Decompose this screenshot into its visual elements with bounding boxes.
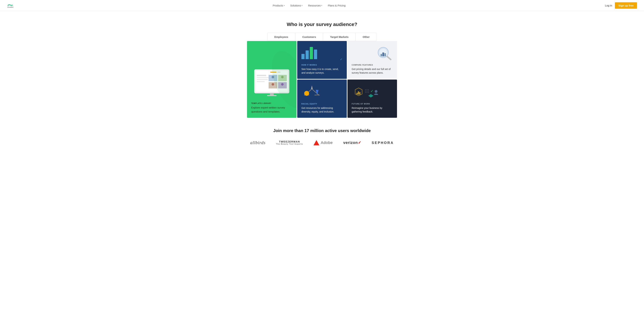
svg-point-43 xyxy=(367,91,367,92)
svg-marker-51 xyxy=(314,140,319,145)
logo-sephora: SEPHORA xyxy=(372,141,394,145)
svg-rect-36 xyxy=(356,93,358,94)
card-compare-features[interactable]: COMPARE FEATURES Get pricing details and… xyxy=(348,41,397,79)
svg-text:SurveyMonkey: SurveyMonkey xyxy=(7,7,13,8)
logo-adobe: Adobe xyxy=(314,140,333,145)
nav-solutions[interactable]: Solutions ▾ xyxy=(290,4,303,7)
svg-line-26 xyxy=(387,56,391,60)
card-compare-desc: Get pricing details and our full set of … xyxy=(352,67,393,75)
card-future-desc: Reimagine your business by gathering fee… xyxy=(352,106,393,114)
svg-rect-23 xyxy=(380,54,382,56)
tab-employees[interactable]: Employees xyxy=(268,33,295,41)
logo-tweezerman: TWEEZERMANThe Beauty Tool Experts xyxy=(276,140,303,145)
svg-rect-38 xyxy=(359,92,360,94)
svg-marker-50 xyxy=(368,94,374,98)
magnifier-illustration xyxy=(352,46,393,61)
svg-point-1 xyxy=(267,46,296,112)
audience-tabs: Employees Customers Target Markets Other xyxy=(0,33,644,41)
card-future-label: FUTURE OF WORK xyxy=(352,103,393,105)
svg-rect-25 xyxy=(384,53,386,56)
logo[interactable]: SurveyMonkey xyxy=(7,2,13,9)
svg-point-49 xyxy=(375,90,378,93)
login-button[interactable]: Log in xyxy=(605,4,612,7)
svg-marker-31 xyxy=(311,86,313,89)
svg-point-42 xyxy=(365,91,366,92)
card-template-library[interactable]: TEMPLATE LIBRARY Explore expert-written … xyxy=(247,41,296,118)
cards-grid: TEMPLATE LIBRARY Explore expert-written … xyxy=(247,41,397,118)
svg-point-32 xyxy=(304,91,309,96)
magnifier-svg xyxy=(376,46,393,61)
audience-title: Who is your survey audience? xyxy=(0,22,644,27)
svg-rect-34 xyxy=(316,94,318,96)
svg-rect-24 xyxy=(382,52,384,56)
card-racial-desc: Get resources for addressing diversity, … xyxy=(302,106,342,114)
bar-chart-illustration: ✓ xyxy=(302,45,342,61)
svg-rect-37 xyxy=(358,92,359,94)
balance-illustration xyxy=(302,84,342,100)
svg-point-44 xyxy=(368,91,369,92)
svg-point-40 xyxy=(367,89,367,90)
logo-verizon: verizon✓ xyxy=(343,140,361,145)
chevron-down-icon: ▾ xyxy=(302,4,302,6)
svg-rect-7 xyxy=(257,75,266,76)
logos-row: allbirds TWEEZERMANThe Beauty Tool Exper… xyxy=(7,140,637,145)
svg-point-47 xyxy=(368,92,369,93)
nav-plans[interactable]: Plans & Pricing xyxy=(328,4,346,7)
card-how-desc: See how easy it is to create, send, and … xyxy=(302,67,342,75)
tab-other[interactable]: Other xyxy=(356,33,376,41)
tab-target-markets[interactable]: Target Markets xyxy=(323,33,356,41)
nav-products[interactable]: Products ▾ xyxy=(273,4,285,7)
svg-point-45 xyxy=(365,92,366,93)
cards-section: TEMPLATE LIBRARY Explore expert-written … xyxy=(244,41,400,118)
svg-point-46 xyxy=(367,92,367,93)
hex-illustration: ✓ xyxy=(352,86,393,100)
card-how-label: HOW IT WORKS xyxy=(302,64,342,66)
main-content: Who is your survey audience? Employees C… xyxy=(0,11,644,170)
join-section: Join more than 17 million active users w… xyxy=(0,118,644,156)
signup-button[interactable]: Sign up free xyxy=(615,2,637,9)
leaf-decoration xyxy=(267,41,296,118)
chevron-down-icon: ▾ xyxy=(321,4,322,6)
tabs-group: Employees Customers Target Markets Other xyxy=(267,33,377,41)
svg-point-39 xyxy=(365,89,366,90)
navigation: SurveyMonkey Products ▾ Solutions ▾ Reso… xyxy=(0,0,644,11)
nav-items: Products ▾ Solutions ▾ Resources ▾ Plans… xyxy=(273,4,346,7)
adobe-icon xyxy=(314,140,320,145)
balance-svg xyxy=(302,84,322,100)
card-racial-equity[interactable]: RACIAL EQUITY Get resources for addressi… xyxy=(297,80,347,118)
chevron-down-icon: ▾ xyxy=(284,4,285,6)
card-racial-label: RACIAL EQUITY xyxy=(302,103,342,105)
logo-allbirds: allbirds xyxy=(250,140,266,145)
card-future-of-work[interactable]: ✓ FUTURE OF WORK Reimagine your business… xyxy=(348,80,397,118)
nav-resources[interactable]: Resources ▾ xyxy=(308,4,322,7)
nav-auth: Log in Sign up free xyxy=(605,2,637,9)
logo-icon: SurveyMonkey xyxy=(7,2,13,9)
svg-rect-10 xyxy=(257,81,264,82)
card-how-it-works[interactable]: ✓ HOW IT WORKS See how easy it is to cre… xyxy=(297,41,347,79)
card-compare-label: COMPARE FEATURES xyxy=(352,64,393,66)
svg-rect-9 xyxy=(257,79,268,80)
join-title: Join more than 17 million active users w… xyxy=(7,128,637,133)
tab-customers[interactable]: Customers xyxy=(295,33,323,41)
svg-point-41 xyxy=(368,89,369,90)
hex-svg: ✓ xyxy=(352,86,380,100)
svg-text:✓: ✓ xyxy=(370,89,374,93)
